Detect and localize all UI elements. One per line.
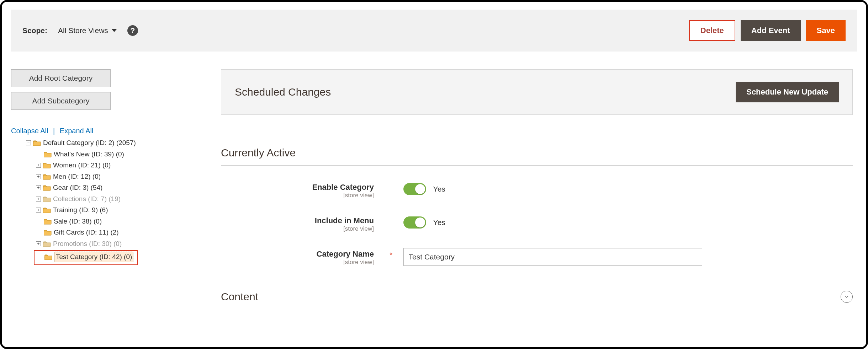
tree-node[interactable]: +Men (ID: 12) (0): [36, 172, 217, 182]
tree-node-label: Men (ID: 12) (0): [53, 172, 101, 182]
separator: |: [53, 127, 55, 135]
scheduled-changes-panel: Scheduled Changes Schedule New Update: [221, 69, 853, 115]
tree-node-label: Training (ID: 9) (6): [53, 205, 108, 215]
caret-down-icon: [112, 29, 117, 32]
include-in-menu-value: Yes: [433, 218, 445, 227]
expand-icon[interactable]: +: [36, 197, 41, 202]
tree-node[interactable]: What's New (ID: 39) (0): [36, 149, 217, 160]
app-frame: Scope: All Store Views ? Delete Add Even…: [0, 0, 868, 349]
tree-node[interactable]: +Promotions (ID: 30) (0): [36, 239, 217, 249]
expand-icon[interactable]: +: [36, 163, 41, 168]
scope-value: All Store Views: [58, 26, 108, 35]
folder-icon: [43, 173, 51, 180]
enable-category-toggle[interactable]: [403, 183, 426, 195]
add-event-button[interactable]: Add Event: [741, 20, 801, 41]
expand-icon[interactable]: +: [36, 208, 41, 213]
scope-label: Scope:: [22, 26, 47, 35]
tree-node-label: What's New (ID: 39) (0): [54, 149, 124, 160]
folder-icon: [43, 207, 51, 213]
tree-node[interactable]: +Training (ID: 9) (6): [36, 205, 217, 215]
folder-icon: [43, 184, 51, 191]
expand-icon[interactable]: +: [36, 185, 41, 190]
include-in-menu-toggle[interactable]: [403, 216, 426, 229]
collapse-icon[interactable]: −: [26, 140, 31, 145]
expand-icon[interactable]: +: [36, 241, 41, 246]
currently-active-title: Currently Active: [221, 147, 853, 159]
help-icon[interactable]: ?: [127, 25, 138, 36]
required-icon: *: [390, 248, 393, 259]
folder-icon: [33, 140, 41, 146]
tree-node-label: Sale (ID: 38) (0): [54, 216, 102, 227]
save-button[interactable]: Save: [806, 20, 846, 41]
sidebar: Add Root Category Add Subcategory Collap…: [11, 69, 221, 309]
folder-icon: [44, 254, 52, 260]
main-pane: Scheduled Changes Schedule New Update Cu…: [221, 69, 857, 309]
tree-node-label: Test Category (ID: 42) (0): [54, 252, 133, 263]
tree-node[interactable]: Test Category (ID: 42) (0): [37, 252, 133, 263]
folder-icon: [43, 162, 51, 168]
include-in-menu-row: Include in Menu [store view] * Yes: [221, 215, 853, 232]
tree-node[interactable]: Gift Cards (ID: 11) (2): [36, 227, 217, 238]
store-view-hint: [store view]: [343, 225, 374, 232]
scope-group: Scope: All Store Views ?: [22, 25, 138, 36]
store-view-hint: [store view]: [343, 259, 374, 266]
selected-tree-node: Test Category (ID: 42) (0): [34, 250, 138, 265]
tree-node-label: Gear (ID: 3) (54): [53, 183, 102, 193]
folder-icon: [43, 196, 51, 202]
collapse-all-link[interactable]: Collapse All: [11, 127, 48, 135]
expand-all-link[interactable]: Expand All: [60, 127, 94, 135]
columns: Add Root Category Add Subcategory Collap…: [11, 69, 857, 309]
category-tree: − Default Category (ID: 2) (2057) What's…: [11, 138, 217, 265]
store-view-hint: [store view]: [343, 192, 374, 199]
folder-icon: [44, 218, 52, 225]
expand-icon[interactable]: +: [36, 174, 41, 179]
chevron-down-icon: [841, 291, 853, 303]
schedule-new-update-button[interactable]: Schedule New Update: [736, 82, 839, 102]
tree-node[interactable]: +Gear (ID: 3) (54): [36, 183, 217, 193]
enable-category-label: Enable Category: [312, 183, 374, 192]
top-actions: Delete Add Event Save: [689, 20, 846, 41]
enable-category-value: Yes: [433, 185, 445, 193]
tree-root-node[interactable]: − Default Category (ID: 2) (2057): [26, 138, 217, 148]
folder-icon: [44, 151, 52, 157]
content-section-header[interactable]: Content: [221, 291, 853, 303]
topbar: Scope: All Store Views ? Delete Add Even…: [11, 10, 857, 52]
add-subcategory-button[interactable]: Add Subcategory: [11, 92, 111, 110]
tree-node-label: Default Category (ID: 2) (2057): [43, 138, 136, 148]
tree-node-label: Collections (ID: 7) (19): [53, 194, 121, 204]
enable-category-row: Enable Category [store view] * Yes: [221, 181, 853, 199]
divider: [221, 165, 853, 166]
add-root-category-button[interactable]: Add Root Category: [11, 69, 111, 87]
sidebar-buttons: Add Root Category Add Subcategory: [11, 69, 111, 110]
scheduled-changes-title: Scheduled Changes: [235, 86, 331, 98]
include-in-menu-label: Include in Menu: [315, 216, 374, 225]
scope-select[interactable]: All Store Views: [58, 26, 117, 35]
content-title: Content: [221, 291, 258, 303]
tree-node[interactable]: +Women (ID: 21) (0): [36, 160, 217, 171]
tree-node-label: Gift Cards (ID: 11) (2): [54, 227, 119, 238]
category-name-label: Category Name: [317, 249, 374, 259]
tree-node-label: Promotions (ID: 30) (0): [53, 239, 122, 249]
category-name-input[interactable]: [403, 248, 702, 266]
tree-controls: Collapse All | Expand All: [11, 127, 217, 135]
tree-node[interactable]: Sale (ID: 38) (0): [36, 216, 217, 227]
category-name-row: Category Name [store view] *: [221, 248, 853, 266]
form: Enable Category [store view] * Yes Inclu…: [221, 181, 853, 266]
folder-icon: [44, 229, 52, 236]
tree-node[interactable]: +Collections (ID: 7) (19): [36, 194, 217, 204]
delete-button[interactable]: Delete: [689, 20, 735, 41]
tree-node-label: Women (ID: 21) (0): [53, 160, 111, 171]
folder-icon: [43, 241, 51, 247]
